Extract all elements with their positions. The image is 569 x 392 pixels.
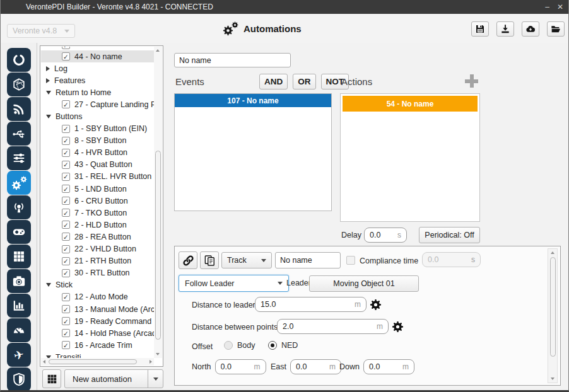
- tree-item-row[interactable]: ✓12 - Auto Mode: [41, 291, 154, 303]
- rail-podcast-icon[interactable]: [7, 195, 31, 219]
- tree-item-row[interactable]: ✓28 - REA Button: [41, 231, 154, 243]
- cloud-download-button[interactable]: [522, 21, 539, 37]
- tree-group-row[interactable]: Log: [41, 62, 154, 74]
- scroll-down-icon[interactable]: [156, 353, 160, 355]
- tree-item-checkbox[interactable]: ✓: [62, 269, 70, 277]
- rail-automations-gears-icon[interactable]: [7, 171, 31, 195]
- tree-item-row[interactable]: ✓22 - VHLD Button: [41, 243, 154, 255]
- automation-name-input[interactable]: [174, 53, 291, 67]
- close-button[interactable]: ✕: [557, 3, 563, 11]
- tree-item-checkbox[interactable]: ✓: [62, 245, 70, 253]
- scroll-right-icon[interactable]: [150, 360, 152, 364]
- tree-item-row[interactable]: ✓27 - Capture Landing P: [41, 98, 154, 110]
- offset-body-radio[interactable]: Body: [224, 341, 255, 350]
- tree-item-checkbox[interactable]: ✓: [62, 125, 70, 133]
- add-action-icon[interactable]: [465, 74, 478, 88]
- download-button[interactable]: [496, 21, 514, 37]
- tree-item-row[interactable]: ✓13 - Manual Mode (Arc: [41, 303, 154, 315]
- tree-item-row[interactable]: ✓30 - RTL Button: [41, 267, 154, 279]
- rail-grid-icon[interactable]: [7, 245, 31, 268]
- down-input[interactable]: [369, 362, 400, 371]
- scroll-up-icon[interactable]: [551, 251, 554, 254]
- expand-arrow-icon[interactable]: [46, 78, 50, 83]
- tree-group-row[interactable]: Return to Home: [41, 86, 154, 98]
- track-mode-dropdown[interactable]: Follow Leader: [179, 275, 289, 292]
- copy-action-button[interactable]: [200, 251, 219, 269]
- distance-between-points-settings-gear-icon[interactable]: [392, 321, 404, 333]
- tree-item-checkbox[interactable]: ✓: [62, 305, 70, 313]
- tree-item-checkbox[interactable]: ✓: [62, 317, 70, 325]
- tree-item-checkbox[interactable]: ✓: [62, 221, 70, 229]
- event-item[interactable]: 107 - No name: [175, 94, 331, 107]
- north-input[interactable]: [221, 362, 252, 371]
- collapse-arrow-icon[interactable]: [46, 91, 51, 95]
- tree-item-row[interactable]: ✓4 - HVR Button: [41, 147, 154, 159]
- action-name-input[interactable]: [275, 252, 341, 268]
- tree-item-row[interactable]: ✓21 - RTH Button: [41, 255, 154, 267]
- tree-hscroll-thumb[interactable]: [49, 359, 137, 364]
- or-button[interactable]: OR: [293, 74, 315, 89]
- new-automation-dropdown[interactable]: [148, 370, 163, 388]
- tree-item-row[interactable]: ✓19 - Ready Command: [41, 315, 154, 327]
- distance-to-leader-input[interactable]: [261, 300, 352, 309]
- tree-item-checkbox[interactable]: ✓: [62, 47, 70, 49]
- tree-item-checkbox[interactable]: ✓: [62, 137, 70, 145]
- and-button[interactable]: AND: [259, 74, 288, 89]
- scroll-down-icon[interactable]: [551, 378, 554, 380]
- automation-grid-view-button[interactable]: [42, 369, 61, 388]
- tree-item-row[interactable]: ✓2 - HLD Button: [41, 219, 154, 231]
- tree-vertical-scrollbar[interactable]: [154, 47, 162, 358]
- scroll-left-icon[interactable]: [43, 360, 45, 364]
- tree-item-row[interactable]: ✓8 - SBY Button: [41, 135, 154, 147]
- rail-gauge-icon[interactable]: [7, 318, 31, 342]
- tree-item-row[interactable]: ✓43 - Quat Button: [41, 159, 154, 171]
- save-button[interactable]: [471, 21, 489, 37]
- tree-item-row[interactable]: ✓14 - Hold Phase (Arcad: [41, 327, 154, 339]
- rail-bar-chart-icon[interactable]: [7, 294, 31, 318]
- tree-item-row[interactable]: ✓7 - TKO Button: [41, 207, 154, 219]
- tree-item-checkbox[interactable]: ✓: [62, 185, 70, 193]
- tree-item-checkbox[interactable]: ✓: [62, 293, 70, 301]
- tree-item-checkbox[interactable]: ✓: [62, 173, 70, 181]
- minimize-button[interactable]: –: [545, 3, 549, 11]
- tree-item-checkbox[interactable]: ✓: [62, 233, 70, 241]
- tree-group-row[interactable]: Stick: [41, 279, 154, 291]
- detail-vscroll-thumb[interactable]: [550, 257, 556, 357]
- action-item[interactable]: 54 - No name: [343, 96, 478, 112]
- tree-item-checkbox[interactable]: ✓: [62, 341, 70, 349]
- delay-input[interactable]: [370, 231, 395, 239]
- compliance-time-input[interactable]: [428, 255, 469, 264]
- compliance-time-checkbox[interactable]: [346, 256, 355, 265]
- device-selector-dropdown[interactable]: Veronte v4.8: [7, 24, 75, 38]
- periodical-toggle-button[interactable]: Periodical: Off: [419, 227, 480, 243]
- detail-vertical-scrollbar[interactable]: [548, 248, 558, 383]
- tree-item-row[interactable]: ✓5 - LND Button: [41, 183, 154, 195]
- tree-item-row[interactable]: ✓1 - SBY Button (EIN): [41, 123, 154, 135]
- tree-vscroll-thumb[interactable]: [155, 151, 161, 340]
- tree-item-row[interactable]: ✓31 - REL. HVR Button: [41, 171, 154, 183]
- scroll-up-icon[interactable]: [156, 49, 160, 52]
- tree-item-row[interactable]: ✓6 - CRU Button: [41, 195, 154, 207]
- rail-sliders-icon[interactable]: [7, 146, 31, 170]
- offset-ned-radio[interactable]: NED: [268, 341, 298, 350]
- open-folder-button[interactable]: [547, 21, 565, 37]
- tree-item-row[interactable]: ✓44 - No name: [41, 50, 154, 62]
- tree-item-checkbox[interactable]: ✓: [62, 197, 70, 205]
- collapse-arrow-icon[interactable]: [46, 115, 51, 118]
- rail-power-ring-icon[interactable]: [7, 48, 31, 72]
- tree-item-row[interactable]: ✓16 - Arcade Trim: [41, 339, 154, 351]
- tree-horizontal-scrollbar[interactable]: [41, 358, 154, 366]
- tree-group-row[interactable]: Transiti: [41, 351, 154, 358]
- rail-hexagon-network-icon[interactable]: [7, 72, 31, 96]
- tree-group-row[interactable]: Buttons: [41, 110, 154, 122]
- distance-to-leader-settings-gear-icon[interactable]: [370, 299, 382, 311]
- distance-between-points-input[interactable]: [283, 322, 374, 331]
- tree-group-row[interactable]: Features: [41, 74, 154, 86]
- rail-plane-icon[interactable]: ✈: [7, 343, 31, 367]
- link-action-button[interactable]: [179, 251, 197, 269]
- rail-camera-icon[interactable]: [7, 269, 31, 293]
- tree-item-checkbox[interactable]: ✓: [62, 52, 70, 61]
- collapse-arrow-icon[interactable]: [46, 283, 51, 287]
- tree-item-checkbox[interactable]: ✓: [62, 100, 70, 108]
- east-input[interactable]: [296, 362, 327, 371]
